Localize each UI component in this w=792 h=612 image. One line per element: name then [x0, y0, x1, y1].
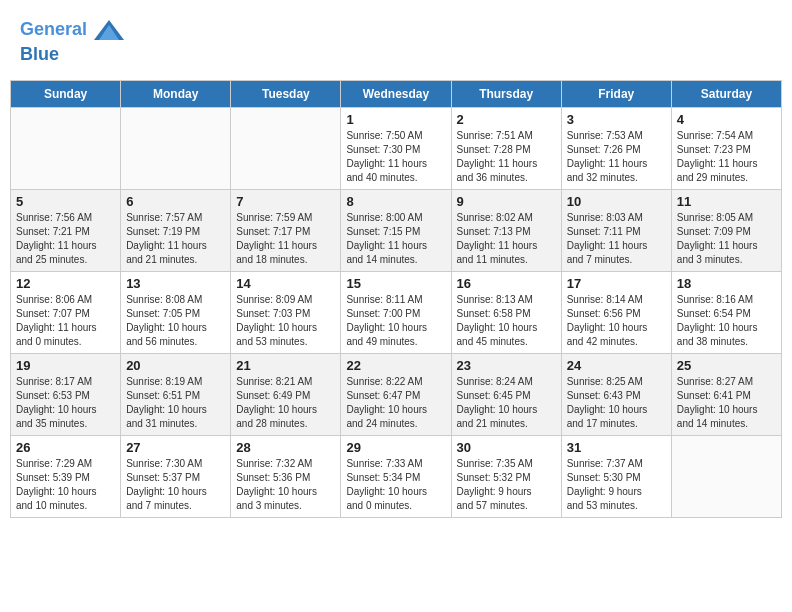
day-info: Sunrise: 8:14 AM Sunset: 6:56 PM Dayligh…	[567, 293, 666, 349]
day-number: 9	[457, 194, 556, 209]
day-number: 15	[346, 276, 445, 291]
logo: General Blue	[20, 15, 124, 65]
calendar-week-row: 26Sunrise: 7:29 AM Sunset: 5:39 PM Dayli…	[11, 435, 782, 517]
day-number: 7	[236, 194, 335, 209]
day-info: Sunrise: 7:59 AM Sunset: 7:17 PM Dayligh…	[236, 211, 335, 267]
day-info: Sunrise: 8:03 AM Sunset: 7:11 PM Dayligh…	[567, 211, 666, 267]
day-info: Sunrise: 8:11 AM Sunset: 7:00 PM Dayligh…	[346, 293, 445, 349]
calendar-header-row: SundayMondayTuesdayWednesdayThursdayFrid…	[11, 80, 782, 107]
day-number: 25	[677, 358, 776, 373]
day-number: 2	[457, 112, 556, 127]
calendar-cell: 25Sunrise: 8:27 AM Sunset: 6:41 PM Dayli…	[671, 353, 781, 435]
calendar-cell: 11Sunrise: 8:05 AM Sunset: 7:09 PM Dayli…	[671, 189, 781, 271]
day-of-week-header: Saturday	[671, 80, 781, 107]
day-number: 29	[346, 440, 445, 455]
calendar-cell: 18Sunrise: 8:16 AM Sunset: 6:54 PM Dayli…	[671, 271, 781, 353]
day-info: Sunrise: 8:24 AM Sunset: 6:45 PM Dayligh…	[457, 375, 556, 431]
day-info: Sunrise: 8:06 AM Sunset: 7:07 PM Dayligh…	[16, 293, 115, 349]
day-info: Sunrise: 7:32 AM Sunset: 5:36 PM Dayligh…	[236, 457, 335, 513]
day-of-week-header: Thursday	[451, 80, 561, 107]
calendar-cell: 16Sunrise: 8:13 AM Sunset: 6:58 PM Dayli…	[451, 271, 561, 353]
calendar-cell: 30Sunrise: 7:35 AM Sunset: 5:32 PM Dayli…	[451, 435, 561, 517]
day-number: 8	[346, 194, 445, 209]
calendar-cell: 23Sunrise: 8:24 AM Sunset: 6:45 PM Dayli…	[451, 353, 561, 435]
day-number: 17	[567, 276, 666, 291]
day-info: Sunrise: 7:51 AM Sunset: 7:28 PM Dayligh…	[457, 129, 556, 185]
calendar-cell	[231, 107, 341, 189]
day-number: 1	[346, 112, 445, 127]
calendar-cell	[121, 107, 231, 189]
day-info: Sunrise: 7:33 AM Sunset: 5:34 PM Dayligh…	[346, 457, 445, 513]
day-number: 11	[677, 194, 776, 209]
calendar-cell: 6Sunrise: 7:57 AM Sunset: 7:19 PM Daylig…	[121, 189, 231, 271]
calendar-cell: 7Sunrise: 7:59 AM Sunset: 7:17 PM Daylig…	[231, 189, 341, 271]
calendar-week-row: 12Sunrise: 8:06 AM Sunset: 7:07 PM Dayli…	[11, 271, 782, 353]
day-number: 12	[16, 276, 115, 291]
day-number: 10	[567, 194, 666, 209]
day-info: Sunrise: 7:29 AM Sunset: 5:39 PM Dayligh…	[16, 457, 115, 513]
day-info: Sunrise: 8:13 AM Sunset: 6:58 PM Dayligh…	[457, 293, 556, 349]
calendar-cell: 5Sunrise: 7:56 AM Sunset: 7:21 PM Daylig…	[11, 189, 121, 271]
day-info: Sunrise: 8:27 AM Sunset: 6:41 PM Dayligh…	[677, 375, 776, 431]
calendar-cell: 17Sunrise: 8:14 AM Sunset: 6:56 PM Dayli…	[561, 271, 671, 353]
calendar-cell: 29Sunrise: 7:33 AM Sunset: 5:34 PM Dayli…	[341, 435, 451, 517]
calendar-cell: 28Sunrise: 7:32 AM Sunset: 5:36 PM Dayli…	[231, 435, 341, 517]
calendar-week-row: 1Sunrise: 7:50 AM Sunset: 7:30 PM Daylig…	[11, 107, 782, 189]
day-of-week-header: Tuesday	[231, 80, 341, 107]
day-number: 14	[236, 276, 335, 291]
calendar-cell: 19Sunrise: 8:17 AM Sunset: 6:53 PM Dayli…	[11, 353, 121, 435]
day-number: 18	[677, 276, 776, 291]
calendar-cell	[11, 107, 121, 189]
day-info: Sunrise: 8:08 AM Sunset: 7:05 PM Dayligh…	[126, 293, 225, 349]
page-header: General Blue	[10, 10, 782, 70]
calendar-cell: 1Sunrise: 7:50 AM Sunset: 7:30 PM Daylig…	[341, 107, 451, 189]
day-info: Sunrise: 8:00 AM Sunset: 7:15 PM Dayligh…	[346, 211, 445, 267]
day-number: 30	[457, 440, 556, 455]
calendar-cell: 14Sunrise: 8:09 AM Sunset: 7:03 PM Dayli…	[231, 271, 341, 353]
calendar-cell: 9Sunrise: 8:02 AM Sunset: 7:13 PM Daylig…	[451, 189, 561, 271]
day-info: Sunrise: 7:30 AM Sunset: 5:37 PM Dayligh…	[126, 457, 225, 513]
day-info: Sunrise: 7:37 AM Sunset: 5:30 PM Dayligh…	[567, 457, 666, 513]
day-of-week-header: Wednesday	[341, 80, 451, 107]
day-info: Sunrise: 8:02 AM Sunset: 7:13 PM Dayligh…	[457, 211, 556, 267]
calendar-cell: 10Sunrise: 8:03 AM Sunset: 7:11 PM Dayli…	[561, 189, 671, 271]
day-info: Sunrise: 8:21 AM Sunset: 6:49 PM Dayligh…	[236, 375, 335, 431]
calendar-cell: 31Sunrise: 7:37 AM Sunset: 5:30 PM Dayli…	[561, 435, 671, 517]
calendar-cell: 12Sunrise: 8:06 AM Sunset: 7:07 PM Dayli…	[11, 271, 121, 353]
day-info: Sunrise: 8:25 AM Sunset: 6:43 PM Dayligh…	[567, 375, 666, 431]
day-info: Sunrise: 8:16 AM Sunset: 6:54 PM Dayligh…	[677, 293, 776, 349]
calendar-cell: 24Sunrise: 8:25 AM Sunset: 6:43 PM Dayli…	[561, 353, 671, 435]
day-number: 4	[677, 112, 776, 127]
day-info: Sunrise: 8:09 AM Sunset: 7:03 PM Dayligh…	[236, 293, 335, 349]
day-number: 22	[346, 358, 445, 373]
day-info: Sunrise: 8:22 AM Sunset: 6:47 PM Dayligh…	[346, 375, 445, 431]
calendar-cell	[671, 435, 781, 517]
day-info: Sunrise: 7:56 AM Sunset: 7:21 PM Dayligh…	[16, 211, 115, 267]
day-info: Sunrise: 8:19 AM Sunset: 6:51 PM Dayligh…	[126, 375, 225, 431]
day-number: 27	[126, 440, 225, 455]
day-info: Sunrise: 7:53 AM Sunset: 7:26 PM Dayligh…	[567, 129, 666, 185]
day-number: 3	[567, 112, 666, 127]
calendar-week-row: 5Sunrise: 7:56 AM Sunset: 7:21 PM Daylig…	[11, 189, 782, 271]
calendar-cell: 27Sunrise: 7:30 AM Sunset: 5:37 PM Dayli…	[121, 435, 231, 517]
day-number: 26	[16, 440, 115, 455]
day-number: 19	[16, 358, 115, 373]
calendar-cell: 13Sunrise: 8:08 AM Sunset: 7:05 PM Dayli…	[121, 271, 231, 353]
calendar-week-row: 19Sunrise: 8:17 AM Sunset: 6:53 PM Dayli…	[11, 353, 782, 435]
day-info: Sunrise: 7:57 AM Sunset: 7:19 PM Dayligh…	[126, 211, 225, 267]
calendar-cell: 2Sunrise: 7:51 AM Sunset: 7:28 PM Daylig…	[451, 107, 561, 189]
calendar-cell: 4Sunrise: 7:54 AM Sunset: 7:23 PM Daylig…	[671, 107, 781, 189]
day-number: 24	[567, 358, 666, 373]
day-number: 5	[16, 194, 115, 209]
day-of-week-header: Sunday	[11, 80, 121, 107]
day-number: 23	[457, 358, 556, 373]
day-info: Sunrise: 7:35 AM Sunset: 5:32 PM Dayligh…	[457, 457, 556, 513]
calendar-cell: 20Sunrise: 8:19 AM Sunset: 6:51 PM Dayli…	[121, 353, 231, 435]
calendar-cell: 3Sunrise: 7:53 AM Sunset: 7:26 PM Daylig…	[561, 107, 671, 189]
day-number: 21	[236, 358, 335, 373]
day-info: Sunrise: 7:50 AM Sunset: 7:30 PM Dayligh…	[346, 129, 445, 185]
calendar-cell: 15Sunrise: 8:11 AM Sunset: 7:00 PM Dayli…	[341, 271, 451, 353]
day-of-week-header: Friday	[561, 80, 671, 107]
day-info: Sunrise: 8:05 AM Sunset: 7:09 PM Dayligh…	[677, 211, 776, 267]
calendar-cell: 26Sunrise: 7:29 AM Sunset: 5:39 PM Dayli…	[11, 435, 121, 517]
